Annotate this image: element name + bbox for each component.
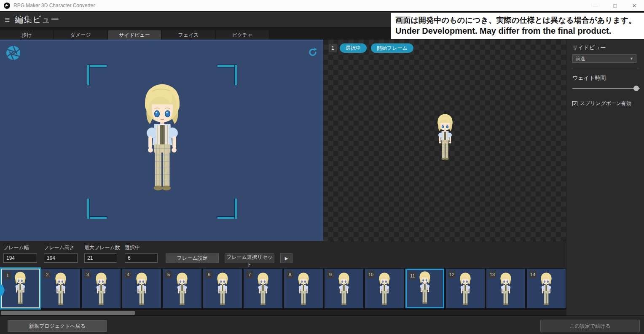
spring-bone-checkbox[interactable]: ✓ [572, 101, 577, 106]
character-thumbnail [539, 270, 554, 307]
character-thumbnail [498, 270, 513, 307]
frame-number-badge: 14 [529, 271, 537, 278]
frame-controls-panel: フレーム幅 フレーム高さ 最大フレーム数 選択中 フレーム設定 フレーム選択リセ… [0, 241, 566, 268]
direction-dropdown-value: 前進 [575, 55, 585, 62]
frame-number-badge: 13 [488, 271, 496, 278]
character-thumbnail [458, 270, 473, 307]
close-button[interactable]: ✕ [625, 0, 644, 11]
filmstrip-frame[interactable]: 8 [284, 269, 323, 308]
tab-face[interactable]: フェイス [162, 30, 215, 40]
max-frames-label: 最大フレーム数 [84, 244, 120, 251]
selected-frame-button[interactable]: 選択中 [340, 43, 367, 53]
frame-number-badge: 2 [43, 271, 51, 278]
filmstrip-frame[interactable]: 9 [325, 269, 363, 308]
character-thumbnail [336, 270, 352, 307]
frame-number-badge: 11 [409, 272, 416, 280]
menu-icon[interactable]: ≡ [5, 15, 10, 24]
character-thumbnail [255, 270, 271, 307]
crop-marker-bottom-right [217, 199, 237, 219]
character-thumbnail [94, 270, 109, 307]
filmstrip-frame[interactable]: 1 [1, 269, 40, 308]
filmstrip-frame[interactable]: 6 [203, 269, 242, 308]
crop-marker-top-right [217, 65, 237, 85]
sideview-label: サイドビュー [572, 44, 639, 51]
frame-width-input[interactable] [3, 253, 37, 263]
frame-number-badge: 3 [84, 271, 91, 278]
maximize-button[interactable]: □ [605, 0, 625, 11]
frame-height-label: フレーム高さ [44, 244, 78, 251]
window-title: RPG Maker 3D Character Converter [13, 3, 95, 8]
character-thumbnail [174, 270, 190, 307]
footer-bar: 新規プロジェクトへ戻る この設定で続ける [0, 315, 644, 334]
character-thumbnail [53, 270, 68, 307]
frame-number-chip: 1 [328, 43, 337, 53]
dev-banner-en-text: Under Development. May differ from the f… [395, 26, 644, 36]
app-window: RPG Maker 3D Character Converter — □ ✕ ≡… [0, 0, 644, 334]
filmstrip-frame[interactable]: 13 [486, 269, 525, 308]
rotate-view-icon[interactable] [308, 47, 318, 57]
slider-track [572, 88, 640, 89]
start-frame-button[interactable]: 開始フレーム [371, 43, 413, 53]
spritesheet-panel[interactable]: 1 選択中 開始フレーム [323, 40, 566, 241]
wait-time-slider[interactable] [572, 86, 640, 92]
character-sprite-frame[interactable] [435, 110, 456, 163]
tab-damage[interactable]: ダメージ [54, 30, 107, 40]
crop-marker-bottom-left [87, 199, 107, 219]
filmstrip-frame[interactable]: 5 [163, 269, 201, 308]
filmstrip-scrollbar[interactable] [0, 310, 566, 315]
window-controls: — □ ✕ [586, 0, 644, 11]
preview-canvas[interactable] [0, 40, 323, 241]
sidebar-divider [572, 69, 639, 69]
frame-number-badge: 9 [327, 271, 334, 278]
minimize-button[interactable]: — [586, 0, 605, 11]
filmstrip-frame[interactable]: 14 [527, 269, 566, 308]
filmstrip-frame[interactable]: 10 [365, 269, 404, 308]
max-frames-input[interactable] [84, 253, 117, 263]
max-frames-group: 最大フレーム数 [84, 244, 120, 263]
frame-number-badge: 12 [448, 271, 456, 278]
filmstrip: 1 2 3 4 5 6 7 8 9 10 11 12 13 14 [0, 268, 566, 315]
tab-sideview[interactable]: サイドビュー [108, 30, 161, 40]
character-thumbnail [13, 269, 28, 306]
frame-height-input[interactable] [44, 253, 78, 263]
character-thumbnail [296, 270, 311, 307]
frame-number-badge: 7 [246, 271, 253, 278]
frame-number-badge: 5 [165, 271, 172, 278]
play-button[interactable]: ▶ [280, 253, 292, 263]
frame-selection-reset-button[interactable]: フレーム選択リセット [225, 253, 274, 263]
scrollbar-thumb[interactable] [1, 311, 135, 315]
back-to-new-project-button[interactable]: 新規プロジェクトへ戻る [8, 320, 107, 332]
wait-time-label: ウェイト時間 [572, 74, 639, 82]
aperture-icon[interactable] [5, 45, 21, 61]
filmstrip-frame[interactable]: 2 [41, 269, 80, 308]
character-thumbnail [377, 270, 392, 307]
frame-height-group: フレーム高さ [44, 244, 78, 263]
character-thumbnail [134, 270, 149, 307]
filmstrip-frame[interactable]: 12 [446, 269, 485, 308]
slider-knob[interactable] [633, 86, 639, 91]
dev-banner-jp-text: 画面は開発中のものにつき、実際の仕様とは異なる場合があります。 [395, 15, 644, 25]
direction-dropdown[interactable]: 前進 ▼ [572, 54, 636, 63]
sidebar: サイドビュー 前進 ▼ ウェイト時間 ✓ スプリングボーン有効 [566, 40, 644, 315]
continue-with-settings-button[interactable]: この設定で続ける [540, 320, 640, 332]
tab-walk[interactable]: 歩行 [0, 30, 53, 40]
selected-count-input[interactable] [125, 253, 158, 263]
character-thumbnail [417, 269, 432, 306]
filmstrip-frame[interactable]: 3 [82, 269, 121, 308]
character-thumbnail [215, 270, 230, 307]
crop-marker-top-left [87, 65, 107, 85]
selected-count-label: 選択中 [125, 244, 158, 251]
filmstrip-frame[interactable]: 4 [122, 269, 161, 308]
character-model-preview[interactable] [138, 75, 187, 197]
frame-number-badge: 1 [4, 272, 11, 279]
tab-picture[interactable]: ピクチャ [216, 30, 269, 40]
filmstrip-frame[interactable]: 7 [244, 269, 282, 308]
filmstrip-frame[interactable]: 11 [405, 269, 444, 308]
dev-banner: 画面は開発中のものにつき、実際の仕様とは異なる場合があります。 Under De… [391, 13, 644, 39]
titlebar: RPG Maker 3D Character Converter — □ ✕ [0, 0, 644, 11]
frame-settings-button[interactable]: フレーム設定 [166, 253, 219, 263]
page-title: 編集ビュー [15, 14, 59, 25]
spring-bone-label: スプリングボーン有効 [580, 100, 631, 107]
frame-width-label: フレーム幅 [3, 244, 37, 251]
spring-bone-row: ✓ スプリングボーン有効 [572, 100, 639, 107]
